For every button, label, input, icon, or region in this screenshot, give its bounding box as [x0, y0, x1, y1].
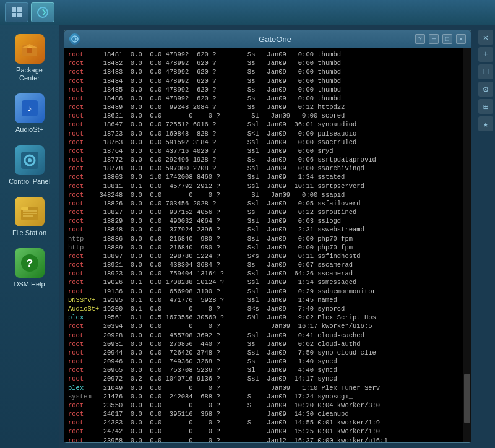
terminal-title-text: GateOne: [84, 35, 466, 44]
taskbar: [0, 0, 495, 25]
right-screen-btn[interactable]: □: [478, 64, 493, 79]
audiost-icon: ♪: [15, 93, 45, 123]
svg-rect-3: [17, 13, 22, 17]
right-add-btn[interactable]: +: [478, 47, 493, 62]
svg-point-11: [28, 158, 32, 162]
terminal-maximize-btn[interactable]: □: [442, 34, 452, 44]
scroll-thumb[interactable]: [464, 374, 470, 423]
terminal-window: GateOne ? ─ □ ✕ root 18481 0.0 0.0 47899…: [64, 30, 471, 443]
content-area: GateOne ? ─ □ ✕ root 18481 0.0 0.0 47899…: [59, 25, 476, 448]
terminal-scrollbar[interactable]: [463, 48, 471, 442]
sidebar-item-control-panel[interactable]: Control Panel: [5, 142, 54, 189]
terminal-title-icon: [69, 33, 80, 45]
svg-rect-1: [17, 7, 22, 12]
right-close-btn[interactable]: ✕: [478, 30, 493, 45]
svg-text:♪: ♪: [27, 104, 32, 114]
right-star-btn[interactable]: ★: [478, 116, 493, 131]
right-sidebar: ✕ + □ ⚙ ⊞ ★: [476, 25, 495, 448]
svg-rect-6: [27, 48, 32, 53]
file-station-label: File Station: [12, 229, 46, 237]
svg-rect-14: [23, 210, 37, 212]
sidebar-item-audiost[interactable]: ♪ AudioSt+: [5, 90, 54, 137]
sidebar-item-dsm-help[interactable]: ? DSM Help: [5, 245, 54, 291]
package-center-label: Package Center: [8, 66, 51, 82]
svg-point-19: [72, 36, 78, 42]
terminal-body[interactable]: root 18481 0.0 0.0 478992 620 ? Ss Jan09…: [64, 48, 471, 442]
dsm-help-label: DSM Help: [14, 280, 45, 288]
right-grid-btn[interactable]: ⊞: [478, 99, 493, 114]
file-station-icon: [15, 197, 45, 226]
control-panel-label: Control Panel: [9, 178, 50, 186]
terminal-controls: ? ─ □ ✕: [415, 34, 466, 44]
svg-rect-2: [12, 13, 16, 17]
terminal-output: root 18481 0.0 0.0 478992 620 ? Ss Jan09…: [68, 50, 467, 442]
right-settings-btn[interactable]: ⚙: [478, 82, 493, 97]
svg-rect-13: [21, 207, 28, 210]
gateone-taskbar-btn[interactable]: [31, 2, 54, 22]
sidebar: Package Center ♪ AudioSt+ Control Panel: [0, 25, 59, 448]
svg-rect-15: [23, 213, 37, 214]
terminal-titlebar: GateOne ? ─ □ ✕: [64, 30, 471, 48]
apps-taskbar-btn[interactable]: [5, 2, 28, 22]
svg-rect-0: [12, 7, 16, 12]
audiost-label: AudioSt+: [15, 126, 43, 134]
svg-point-4: [38, 7, 48, 17]
svg-text:?: ?: [26, 257, 33, 270]
package-center-icon: [15, 34, 45, 64]
sidebar-item-file-station[interactable]: File Station: [5, 194, 54, 240]
terminal-help-btn[interactable]: ?: [415, 34, 425, 44]
sidebar-item-package-center[interactable]: Package Center: [5, 31, 54, 85]
svg-rect-16: [23, 215, 33, 217]
dsm-help-icon: ?: [15, 248, 45, 278]
main-layout: Package Center ♪ AudioSt+ Control Panel: [0, 25, 495, 448]
terminal-minimize-btn[interactable]: ─: [429, 34, 439, 44]
control-panel-icon: [15, 145, 45, 175]
terminal-close-btn[interactable]: ✕: [456, 34, 466, 44]
